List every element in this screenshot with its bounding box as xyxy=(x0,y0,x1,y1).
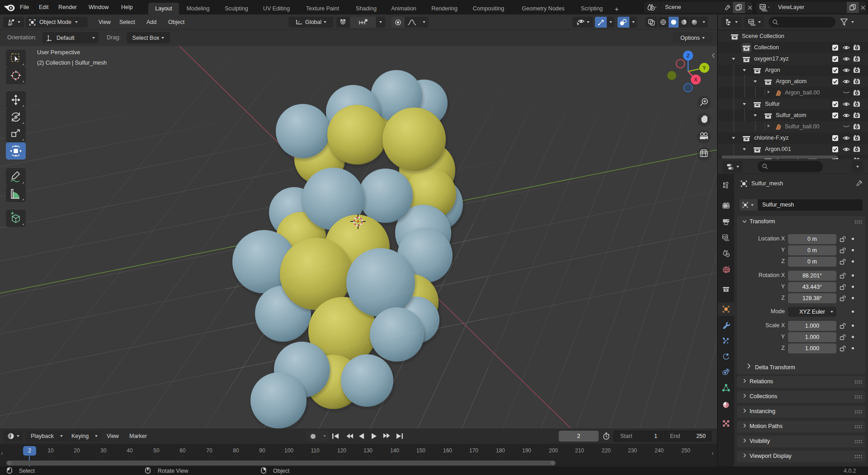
svg-text:X: X xyxy=(694,77,698,82)
svg-text:User Perspective: User Perspective xyxy=(37,49,80,56)
svg-text:Z: Z xyxy=(687,53,690,58)
svg-text:(2) Collection | Sulfur_mesh: (2) Collection | Sulfur_mesh xyxy=(37,60,107,66)
svg-text:Y: Y xyxy=(703,65,706,71)
